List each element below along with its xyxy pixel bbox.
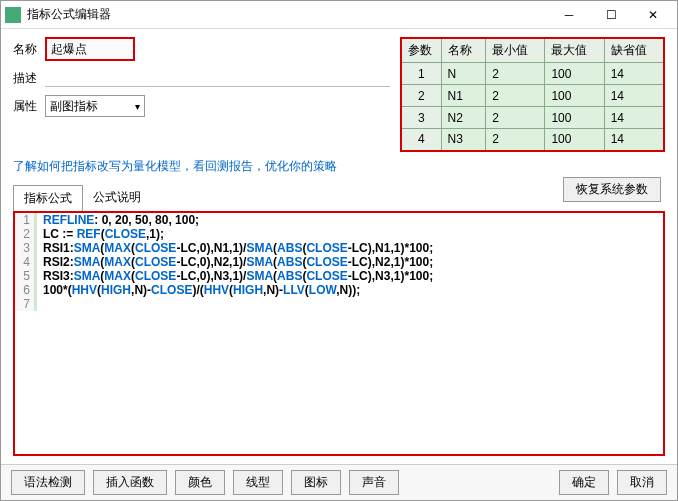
param-row[interactable]: 1N210014 <box>401 63 664 85</box>
window-title: 指标公式编辑器 <box>27 6 549 23</box>
color-button[interactable]: 颜色 <box>175 470 225 495</box>
restore-params-button[interactable]: 恢复系统参数 <box>563 177 661 202</box>
param-header: 最大值 <box>545 38 604 63</box>
sound-button[interactable]: 声音 <box>349 470 399 495</box>
help-link[interactable]: 了解如何把指标改写为量化模型，看回测报告，优化你的策略 <box>13 158 665 175</box>
chart-icon-button[interactable]: 图标 <box>291 470 341 495</box>
app-icon <box>5 7 21 23</box>
editor-window: 指标公式编辑器 ─ ☐ ✕ 名称 描述 属性 副图指标 <box>0 0 678 501</box>
param-header: 名称 <box>441 38 486 63</box>
param-header: 最小值 <box>486 38 545 63</box>
content-area: 名称 描述 属性 副图指标 ▾ 参数 名称 <box>1 29 677 464</box>
desc-label: 描述 <box>13 70 45 87</box>
param-header: 缺省值 <box>604 38 664 63</box>
param-row[interactable]: 2N1210014 <box>401 85 664 107</box>
left-form: 名称 描述 属性 副图指标 ▾ <box>13 37 390 152</box>
close-button[interactable]: ✕ <box>633 3 673 27</box>
prop-value: 副图指标 <box>50 98 98 115</box>
tab-explain[interactable]: 公式说明 <box>83 185 151 212</box>
prop-label: 属性 <box>13 98 45 115</box>
name-label: 名称 <box>13 41 45 58</box>
code-editor[interactable]: 1REFLINE: 0, 20, 50, 80, 100;2LC := REF(… <box>13 211 665 457</box>
line-style-button[interactable]: 线型 <box>233 470 283 495</box>
param-header-row: 参数 名称 最小值 最大值 缺省值 <box>401 38 664 63</box>
insert-function-button[interactable]: 插入函数 <box>93 470 167 495</box>
footer: 语法检测 插入函数 颜色 线型 图标 声音 确定 取消 <box>1 464 677 500</box>
top-row: 名称 描述 属性 副图指标 ▾ 参数 名称 <box>13 37 665 152</box>
prop-select[interactable]: 副图指标 ▾ <box>45 95 145 117</box>
param-table: 参数 名称 最小值 最大值 缺省值 1N210014 2N1210014 3N2… <box>400 37 665 152</box>
ok-button[interactable]: 确定 <box>559 470 609 495</box>
param-row[interactable]: 3N2210014 <box>401 107 664 129</box>
desc-input[interactable] <box>45 69 390 87</box>
minimize-button[interactable]: ─ <box>549 3 589 27</box>
syntax-check-button[interactable]: 语法检测 <box>11 470 85 495</box>
maximize-button[interactable]: ☐ <box>591 3 631 27</box>
param-row[interactable]: 4N3210014 <box>401 129 664 151</box>
name-input[interactable] <box>45 37 135 61</box>
chevron-down-icon: ▾ <box>135 101 140 112</box>
tab-formula[interactable]: 指标公式 <box>13 185 83 212</box>
window-controls: ─ ☐ ✕ <box>549 3 673 27</box>
titlebar: 指标公式编辑器 ─ ☐ ✕ <box>1 1 677 29</box>
cancel-button[interactable]: 取消 <box>617 470 667 495</box>
param-header: 参数 <box>401 38 441 63</box>
